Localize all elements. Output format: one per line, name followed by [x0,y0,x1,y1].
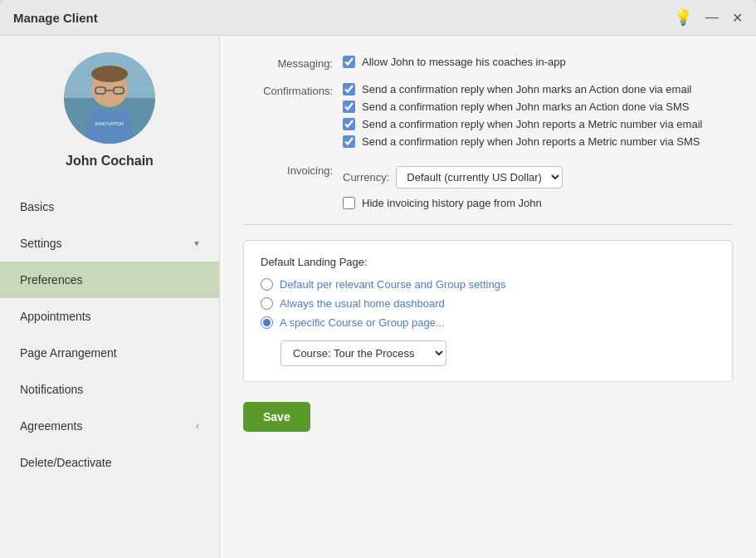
hide-invoicing-row: Hide invoicing history page from John [343,197,563,209]
confirmation-label-4: Send a confirmation reply when John repo… [362,135,700,148]
landing-radio-3[interactable] [261,316,273,329]
sidebar-item-preferences-label: Preferences [20,273,82,286]
confirmation-label-2: Send a confirmation reply when John mark… [362,100,690,113]
sidebar-item-appointments[interactable]: Appointments [0,298,219,335]
confirmation-checkbox-3[interactable] [343,118,355,130]
confirmations-section: Confirmations: Send a confirmation reply… [243,83,733,153]
minimize-button[interactable]: — [705,10,719,25]
sidebar-item-agreements[interactable]: Agreements ‹ [0,408,219,444]
confirmation-checkbox-1[interactable] [343,83,355,95]
sidebar-item-settings[interactable]: Settings ▾ [0,225,219,262]
sidebar-item-page-arrangement[interactable]: Page Arrangement [0,335,219,371]
lightbulb-icon[interactable]: 💡 [674,8,692,27]
sidebar-item-delete-deactivate[interactable]: Delete/Deactivate [0,444,219,481]
landing-radio-2[interactable] [261,297,273,310]
invoicing-label: Invoicing: [243,163,343,177]
messaging-checkbox-label: Allow John to message his coaches in-app [362,56,566,68]
invoicing-options: Currency: Default (currently US Dollar) … [343,163,563,209]
messaging-section: Messaging: Allow John to message his coa… [243,56,733,73]
landing-radio-label-2: Always the usual home dashboard [280,297,445,310]
sidebar-item-agreements-label: Agreements [20,419,82,433]
save-button[interactable]: Save [243,402,310,432]
sidebar-item-notifications[interactable]: Notifications [0,371,219,408]
sidebar-item-delete-deactivate-label: Delete/Deactivate [20,456,112,469]
sidebar-item-notifications-label: Notifications [20,383,83,396]
sidebar-item-settings-label: Settings [20,237,62,250]
confirmation-row-1: Send a confirmation reply when John mark… [343,83,702,95]
landing-page-title: Default Landing Page: [261,256,715,268]
landing-option-row-3: A specific Course or Group page... [261,316,715,329]
sidebar-item-page-arrangement-label: Page Arrangement [20,346,117,360]
landing-radio-label-3: A specific Course or Group page... [280,316,445,329]
confirmations-options: Send a confirmation reply when John mark… [343,83,702,153]
sidebar-item-preferences[interactable]: Preferences [0,262,219,298]
svg-rect-4 [90,110,129,144]
sidebar-item-basics-label: Basics [20,200,54,213]
window-controls: 💡 — ✕ [674,8,743,27]
svg-point-6 [91,66,128,82]
nav-list: Basics Settings ▾ Preferences Appointmen… [0,188,219,481]
user-name: John Cochain [66,154,154,169]
confirmation-row-2: Send a confirmation reply when John mark… [343,100,702,113]
confirmation-row-4: Send a confirmation reply when John repo… [343,135,702,148]
confirmations-label: Confirmations: [243,83,343,97]
messaging-label: Messaging: [243,56,343,70]
messaging-checkbox[interactable] [343,56,355,68]
content-area: Messaging: Allow John to message his coa… [220,36,756,558]
svg-text:INNOVATOR: INNOVATOR [95,121,124,126]
landing-option-row-1: Default per relevant Course and Group se… [261,278,715,291]
sidebar-item-basics[interactable]: Basics [0,188,219,225]
main-window: Manage Client 💡 — ✕ [0,0,756,558]
landing-radio-1[interactable] [261,278,273,291]
currency-select[interactable]: Default (currently US Dollar) [396,166,563,188]
section-divider [243,224,733,225]
currency-row: Currency: Default (currently US Dollar) [343,166,563,188]
chevron-left-icon: ‹ [196,420,199,432]
invoicing-section: Invoicing: Currency: Default (currently … [243,163,733,209]
sidebar: INNOVATOR John Cochain Basics Settings ▾… [0,36,220,558]
landing-radio-label-1: Default per relevant Course and Group se… [280,278,505,291]
sidebar-item-appointments-label: Appointments [20,310,91,323]
avatar: INNOVATOR [64,52,155,144]
window-title: Manage Client [13,11,98,25]
currency-label: Currency: [343,171,389,184]
confirmation-checkbox-4[interactable] [343,135,355,148]
title-bar: Manage Client 💡 — ✕ [0,0,756,36]
messaging-checkbox-row: Allow John to message his coaches in-app [343,56,566,68]
confirmation-row-3: Send a confirmation reply when John repo… [343,118,702,130]
course-select[interactable]: Course: Tour the Process Course: Advance… [280,340,446,366]
confirmation-label-1: Send a confirmation reply when John mark… [362,83,691,95]
confirmation-checkbox-2[interactable] [343,100,355,113]
chevron-down-icon: ▾ [194,237,199,249]
confirmation-label-3: Send a confirmation reply when John repo… [362,118,702,130]
close-button[interactable]: ✕ [732,10,743,26]
landing-page-box: Default Landing Page: Default per releva… [243,240,733,382]
hide-invoicing-label: Hide invoicing history page from John [362,197,542,209]
landing-option-row-2: Always the usual home dashboard [261,297,715,310]
main-layout: INNOVATOR John Cochain Basics Settings ▾… [0,36,756,558]
hide-invoicing-checkbox[interactable] [343,197,355,209]
messaging-options: Allow John to message his coaches in-app [343,56,566,73]
